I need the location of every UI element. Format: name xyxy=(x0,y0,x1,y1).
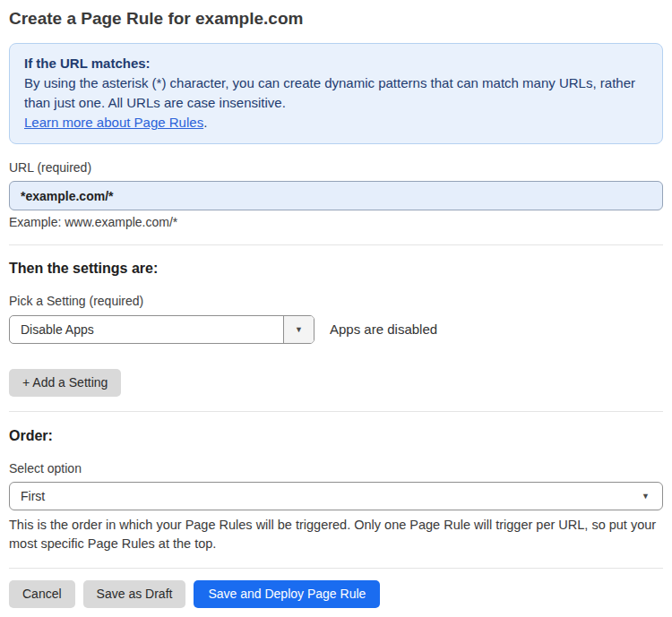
info-box-body: By using the asterisk (*) character, you… xyxy=(24,73,648,113)
info-box-heading: If the URL matches: xyxy=(24,54,648,73)
info-box-link-line: Learn more about Page Rules. xyxy=(24,113,648,133)
url-match-info-box: If the URL matches: By using the asteris… xyxy=(9,43,663,144)
order-select-label: Select option xyxy=(9,461,663,476)
divider xyxy=(9,244,663,245)
url-helper-text: Example: www.example.com/* xyxy=(9,215,663,230)
settings-section-heading: Then the settings are: xyxy=(9,260,663,278)
setting-select[interactable]: Disable Apps ▼ xyxy=(9,315,314,344)
page-title: Create a Page Rule for example.com xyxy=(9,8,663,30)
order-section-heading: Order: xyxy=(9,427,663,445)
setting-status-text: Apps are disabled xyxy=(330,321,437,338)
divider xyxy=(9,568,663,569)
order-select[interactable]: First ▼ xyxy=(9,482,663,510)
save-as-draft-button[interactable]: Save as Draft xyxy=(83,580,186,608)
url-label: URL (required) xyxy=(9,160,663,176)
save-and-deploy-button[interactable]: Save and Deploy Page Rule xyxy=(194,580,380,608)
setting-row: Disable Apps ▼ Apps are disabled xyxy=(9,315,663,344)
footer-actions: Cancel Save as Draft Save and Deploy Pag… xyxy=(9,580,663,608)
learn-more-link[interactable]: Learn more about Page Rules xyxy=(24,115,203,130)
order-select-value: First xyxy=(21,489,45,503)
caret-down-icon: ▼ xyxy=(642,493,650,501)
cancel-button[interactable]: Cancel xyxy=(9,580,75,608)
create-page-rule-form: Create a Page Rule for example.com If th… xyxy=(0,8,672,608)
url-input[interactable] xyxy=(9,181,663,210)
pick-setting-label: Pick a Setting (required) xyxy=(9,294,663,309)
order-helper-text: This is the order in which your Page Rul… xyxy=(9,516,663,553)
setting-select-value: Disable Apps xyxy=(10,316,283,343)
caret-down-icon: ▼ xyxy=(295,326,303,334)
link-suffix-text: . xyxy=(203,115,207,130)
divider xyxy=(9,411,663,412)
add-setting-button[interactable]: + Add a Setting xyxy=(9,369,121,397)
setting-select-arrow-button[interactable]: ▼ xyxy=(283,316,314,343)
